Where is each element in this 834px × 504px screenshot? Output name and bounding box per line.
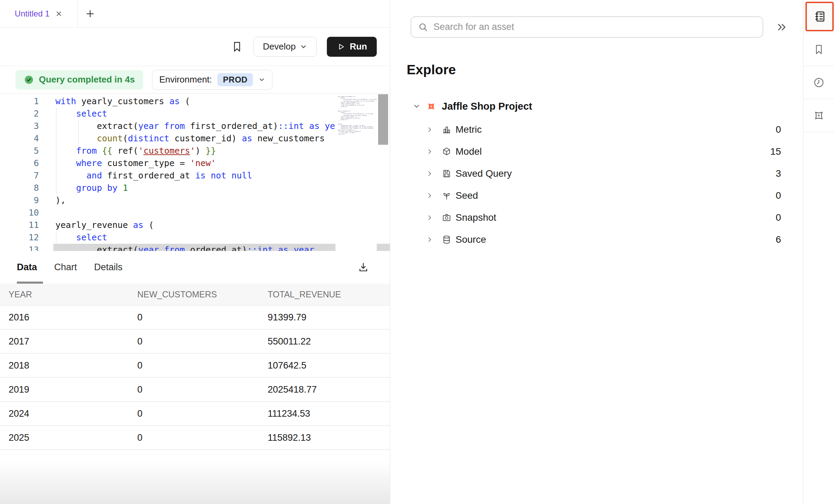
results-tabbar: Data Chart Details bbox=[0, 251, 390, 284]
explore-heading: Explore bbox=[407, 62, 803, 77]
rail-item-copilot[interactable] bbox=[803, 99, 834, 132]
table-cell: 111234.53 bbox=[268, 408, 390, 419]
indent-guide bbox=[56, 108, 56, 194]
table-cell: 0 bbox=[137, 312, 268, 323]
editor-minimap[interactable]: with yearly_customers as ( select extrac… bbox=[335, 94, 377, 251]
table-cell: 0 bbox=[137, 360, 268, 371]
query-status-text: Query completed in 4s bbox=[39, 74, 135, 85]
table-cell: 0 bbox=[137, 336, 268, 347]
tree-item-label: Seed bbox=[456, 190, 478, 201]
run-label: Run bbox=[350, 41, 367, 52]
tree-item-count: 0 bbox=[776, 124, 781, 135]
column-header: YEAR bbox=[9, 289, 137, 299]
chevron-down-icon bbox=[413, 102, 421, 110]
query-status-badge: Query completed in 4s bbox=[15, 70, 143, 89]
copilot-icon bbox=[813, 109, 825, 122]
tree-item-label: Metric bbox=[456, 124, 482, 135]
tree-item-count: 15 bbox=[770, 146, 781, 157]
run-button[interactable]: Run bbox=[327, 37, 377, 57]
environment-value-badge: PROD bbox=[217, 73, 253, 86]
table-cell: 550011.22 bbox=[268, 336, 390, 347]
play-icon bbox=[336, 42, 345, 51]
active-rail-highlight bbox=[805, 2, 834, 31]
chevron-right-icon[interactable] bbox=[426, 126, 434, 133]
table-row: 2016091399.79 bbox=[0, 306, 390, 330]
tab-details[interactable]: Details bbox=[94, 262, 123, 273]
table-row: 20180107642.5 bbox=[0, 354, 390, 378]
tree-item-label: Saved Query bbox=[456, 168, 512, 179]
chevron-right-icon[interactable] bbox=[426, 148, 434, 155]
chevron-down-icon bbox=[258, 76, 265, 83]
search-input[interactable] bbox=[434, 17, 763, 37]
table-cell: 0 bbox=[137, 384, 268, 395]
tab-title: Untitled 1 bbox=[15, 9, 50, 19]
line-number-gutter: 12345678910111213 bbox=[0, 95, 39, 251]
tree-item-seed[interactable]: Seed0 bbox=[391, 185, 803, 207]
table-row: 201902025418.77 bbox=[0, 378, 390, 402]
environment-selector[interactable]: Environment: PROD bbox=[152, 70, 273, 90]
search-icon bbox=[418, 22, 428, 32]
table-cell: 107642.5 bbox=[268, 360, 390, 371]
bookmark-icon bbox=[813, 44, 825, 55]
rail-item-history[interactable] bbox=[803, 66, 834, 99]
tab-chart[interactable]: Chart bbox=[54, 262, 77, 273]
table-row: 20250115892.13 bbox=[0, 426, 390, 450]
asset-search-row bbox=[411, 17, 803, 37]
tree-item-model[interactable]: Model15 bbox=[391, 141, 803, 163]
chevron-right-icon[interactable] bbox=[426, 214, 434, 221]
explore-panel: Explore Jaffle Shop Project Metric0Model… bbox=[391, 0, 803, 504]
tree-item-label: Model bbox=[456, 146, 482, 157]
metric-icon bbox=[442, 125, 451, 134]
asset-search-box[interactable] bbox=[411, 17, 763, 37]
sql-code-editor[interactable]: 12345678910111213 with yearly_customers … bbox=[0, 93, 390, 251]
download-button[interactable] bbox=[357, 261, 369, 274]
editor-scrollbar-thumb[interactable] bbox=[378, 94, 388, 145]
table-cell: 2017 bbox=[9, 336, 137, 347]
tree-item-snapshot[interactable]: Snapshot0 bbox=[391, 207, 803, 229]
column-header: TOTAL_REVENUE bbox=[268, 289, 390, 299]
bookmark-icon[interactable] bbox=[231, 41, 243, 53]
saved-query-icon bbox=[442, 169, 451, 178]
tree-item-count: 0 bbox=[776, 190, 781, 201]
develop-dropdown[interactable]: Develop bbox=[254, 37, 317, 57]
tree-item-saved-query[interactable]: Saved Query3 bbox=[391, 163, 803, 185]
indent-guide bbox=[78, 120, 78, 145]
indent-guide bbox=[78, 244, 78, 251]
editor-panel: Untitled 1 Develop bbox=[0, 0, 390, 504]
column-header: NEW_CUSTOMERS bbox=[137, 289, 268, 299]
new-tab-button[interactable] bbox=[78, 0, 103, 27]
table-cell: 91399.79 bbox=[268, 312, 390, 323]
project-row[interactable]: Jaffle Shop Project bbox=[391, 99, 803, 114]
rail-item-catalog[interactable] bbox=[803, 0, 834, 33]
project-name: Jaffle Shop Project bbox=[442, 101, 532, 112]
chevron-right-icon[interactable] bbox=[426, 236, 434, 243]
rail-item-bookmarks[interactable] bbox=[803, 33, 834, 66]
table-cell: 2025418.77 bbox=[268, 384, 390, 395]
chevron-right-icon[interactable] bbox=[426, 192, 434, 199]
source-icon bbox=[442, 235, 451, 244]
snapshot-icon bbox=[442, 213, 451, 222]
table-cell: 2024 bbox=[9, 408, 137, 419]
tab-untitled-1[interactable]: Untitled 1 bbox=[0, 0, 78, 27]
tree-item-label: Source bbox=[456, 234, 486, 245]
tree-item-label: Snapshot bbox=[456, 212, 496, 223]
plus-icon bbox=[85, 9, 95, 19]
tree-item-metric[interactable]: Metric0 bbox=[391, 119, 803, 141]
develop-label: Develop bbox=[263, 41, 296, 52]
active-tab-underline bbox=[17, 282, 43, 284]
asset-tree: Jaffle Shop Project Metric0Model15Saved … bbox=[391, 99, 803, 251]
tree-item-source[interactable]: Source6 bbox=[391, 229, 803, 251]
table-row: 20240111234.53 bbox=[0, 402, 390, 426]
collapse-panel-icon[interactable] bbox=[776, 22, 787, 33]
tree-item-count: 3 bbox=[776, 168, 781, 179]
close-icon[interactable] bbox=[55, 10, 63, 18]
table-cell: 2018 bbox=[9, 360, 137, 371]
file-tabbar: Untitled 1 bbox=[0, 0, 390, 28]
status-row: Query completed in 4s Environment: PROD bbox=[0, 66, 390, 93]
tree-item-count: 0 bbox=[776, 212, 781, 223]
chevron-right-icon[interactable] bbox=[426, 170, 434, 177]
chevron-down-icon bbox=[300, 43, 307, 51]
table-cell: 115892.13 bbox=[268, 432, 390, 443]
tab-data[interactable]: Data bbox=[17, 262, 37, 273]
editor-toolbar: Develop Run bbox=[0, 28, 390, 66]
